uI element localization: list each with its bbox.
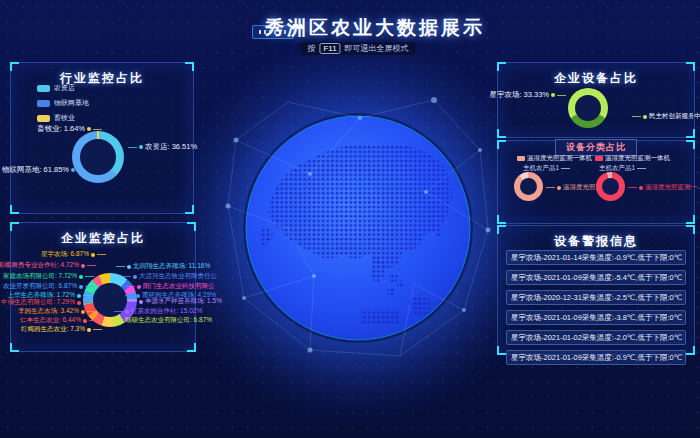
panel-title: 企业监控占比: [11, 230, 195, 247]
device-class-left-donut[interactable]: [514, 172, 543, 201]
chart-label: 彩蝶舞秀专业合作社: 4.72%: [0, 261, 96, 270]
legend-label: 物联网基地: [54, 98, 89, 108]
globe-graphic: [243, 113, 473, 343]
chart-label: 民主村创新服务中心:: [632, 112, 700, 121]
tip-suffix: 即可退出全屏模式: [345, 43, 409, 54]
chart-label: 颐硕生态农业有限公司: 6.87%: [108, 316, 212, 325]
chart-label: 丰源水产种苗养殖场: 1.5%: [128, 297, 222, 306]
industry-donut-chart[interactable]: [72, 131, 124, 183]
page-title: 秀洲区农业大数据展示: [265, 15, 485, 41]
panel-title: 企业设备占比: [498, 70, 694, 87]
equipment-donut-chart[interactable]: [568, 88, 608, 128]
tip-prefix: 按: [307, 43, 315, 54]
chart-label: 虹泉农园合作社: 15.02%: [114, 307, 202, 316]
legend-label: 畜牧业: [54, 113, 75, 123]
f11-key-badge: F11: [319, 43, 340, 54]
legend-item: 畜牧业: [37, 113, 89, 123]
chart-label: 星宇农场: 33.33%: [489, 90, 566, 100]
legend-swatch: [595, 156, 603, 161]
legend-label: 农资店: [54, 83, 75, 93]
device-class-left-legend: 温湿度光照监测一体机: [517, 154, 592, 163]
legend-item: 物联网基地: [37, 98, 89, 108]
alarm-row[interactable]: 星宇农场-2021-01-02采集温度:-2.0℃,低于下限:0℃: [506, 330, 686, 345]
legend-swatch: [37, 85, 50, 92]
legend-swatch: [37, 115, 50, 122]
industry-legend: 农资店 物联网基地 畜牧业: [37, 83, 89, 123]
chart-label: 阳门生态农业科技有限公: [126, 282, 215, 291]
alarm-row[interactable]: 星宇农场-2021-01-14采集温度:-0.9℃,低于下限:0℃: [506, 250, 686, 265]
legend-swatch: [37, 100, 50, 107]
panel-title: 设备警报信息: [498, 233, 694, 250]
panel-alarms: 设备警报信息 星宇农场-2021-01-14采集温度:-0.9℃,低于下限:0℃…: [497, 225, 695, 355]
chart-label: 星宇农场: 6.87%: [41, 250, 106, 259]
alarm-row[interactable]: 星宇农场-2021-01-09采集温度:-3.8℃,低于下限:0℃: [506, 310, 686, 325]
device-class-right-donut[interactable]: [596, 172, 625, 201]
chart-label: 农业开发有限公司: 6.87%: [3, 282, 94, 291]
dashboard: 秀洲区农业大数据展示 按 F11 即可退出全屏模式 行业监控占比 农资店 物联网…: [0, 0, 700, 438]
chart-label: 红梅园生态农业: 7.3%: [21, 325, 102, 334]
chart-label: 北玥翔生态养殖场: 11.16%: [116, 262, 210, 271]
chart-label: 农资店: 36.51%: [128, 142, 197, 152]
alarm-row[interactable]: 星宇农场-2021-01-09采集温度:-0.9℃,低于下限:0℃: [506, 350, 686, 365]
chart-label: 家庭农场有限公司: 7.72%: [3, 272, 94, 281]
globe-svg: [243, 113, 473, 343]
chart-label: 温湿度光照监测一...: [628, 183, 700, 192]
alarm-row[interactable]: 星宇农场-2020-12-31采集温度:-2.5℃,低于下限:0℃: [506, 290, 686, 305]
legend-swatch: [517, 156, 525, 161]
device-class-right-legend: 温湿度光照监测一体机: [595, 154, 670, 163]
chart-label: 李园生态农场: 3.42%: [18, 307, 96, 316]
chart-label: 畜牧业: 1.64%: [37, 124, 102, 134]
chart-label: 物联网基地: 61.85%: [2, 165, 86, 175]
fullscreen-tip: 按 F11 即可退出全屏模式: [300, 42, 415, 55]
alarm-row[interactable]: 星宇农场-2021-01-09采集温度:-5.4℃,低于下限:0℃: [506, 270, 686, 285]
alarm-list: 星宇农场-2021-01-14采集温度:-0.9℃,低于下限:0℃ 星宇农场-2…: [506, 250, 686, 370]
chart-label: 仁丰生态农业: 6.44%: [20, 316, 98, 325]
legend-item: 农资店: [37, 83, 89, 93]
chart-label: 大运河生态牧业有限责任公: [122, 272, 217, 281]
chart-label: 中绿生态有限公司: 7.29%: [1, 298, 92, 307]
